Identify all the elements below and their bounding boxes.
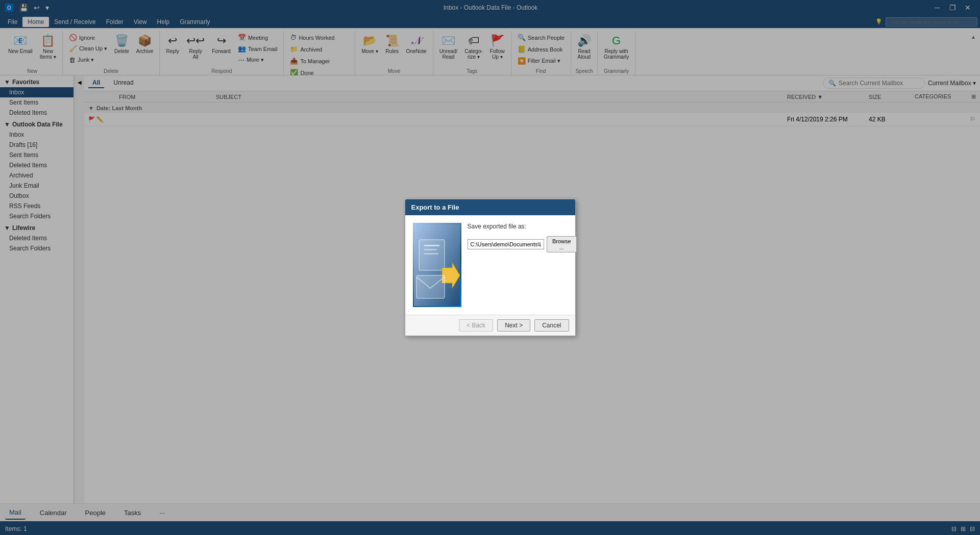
dialog-file-path-input[interactable]: [468, 239, 544, 249]
dialog-body: Save exported file as: Browse ...: [405, 215, 575, 315]
dialog-image: [413, 223, 461, 307]
svg-rect-1: [419, 240, 445, 270]
dialog-back-button[interactable]: < Back: [459, 319, 493, 332]
dialog-footer: < Back Next > Cancel: [405, 315, 575, 336]
dialog-overlay: Export to a File: [0, 0, 980, 535]
svg-rect-2: [424, 245, 439, 246]
dialog-title-bar: Export to a File: [405, 199, 575, 215]
svg-rect-6: [416, 275, 445, 298]
dialog-file-label: Save exported file as:: [468, 223, 577, 230]
dialog-file-row: Browse ...: [468, 236, 577, 252]
export-dialog: Export to a File: [405, 199, 576, 336]
dialog-content: Save exported file as: Browse ...: [468, 223, 577, 307]
dialog-browse-button[interactable]: Browse ...: [547, 236, 577, 252]
svg-rect-4: [424, 253, 438, 254]
dialog-title: Export to a File: [411, 203, 459, 211]
dialog-next-button[interactable]: Next >: [497, 319, 530, 332]
svg-rect-3: [424, 249, 437, 250]
dialog-cancel-button[interactable]: Cancel: [534, 319, 569, 332]
